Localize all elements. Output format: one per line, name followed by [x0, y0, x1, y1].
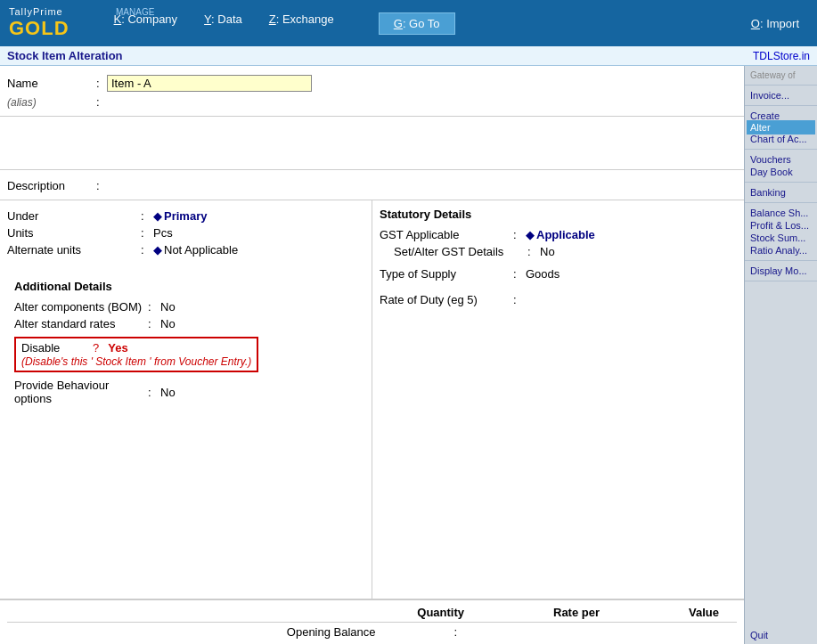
nav-items: K: Company Y: Data Z: Exchange G: Go To [114, 12, 455, 35]
main-layout: Name : (alias) : Description : [0, 66, 817, 644]
units-colon: : [141, 226, 153, 240]
description-label: Description [7, 179, 96, 192]
manage-label: MANAGE [116, 7, 154, 17]
quantity-header: Quantity [417, 606, 464, 619]
under-value: Primary [164, 209, 207, 223]
sidebar-ratio[interactable]: Ratio Analy... [750, 244, 812, 257]
bom-label: Alter components (BOM) [14, 300, 148, 314]
units-value: Pcs [153, 226, 173, 240]
std-rates-row: Alter standard rates : No [14, 315, 357, 332]
description-section: Description : [0, 170, 744, 200]
alias-row: (alias) : [0, 94, 744, 110]
nav-exchange[interactable]: Z: Exchange [269, 12, 334, 35]
sidebar-daybook[interactable]: Day Book [750, 166, 812, 178]
gst-value: Applicable [536, 228, 595, 241]
sidebar-vouchers[interactable]: Vouchers [750, 153, 812, 166]
std-rates-colon: : [148, 317, 160, 330]
bom-colon: : [148, 300, 160, 314]
left-col: Under : ◆ Primary Units : Pcs Alternate … [0, 200, 372, 599]
additional-section: Additional Details Alter components (BOM… [7, 273, 364, 414]
sidebar-group-banking: Banking [745, 183, 817, 203]
spacer-area [0, 117, 744, 170]
additional-title: Additional Details [14, 280, 357, 293]
gst-row: GST Applicable : ◆ Applicable [380, 226, 737, 243]
under-row: Under : ◆ Primary [7, 208, 364, 224]
description-row: Description : [7, 179, 737, 192]
sidebar-balance[interactable]: Balance Sh... [750, 207, 812, 219]
duty-colon: : [513, 293, 526, 306]
supply-row: Type of Supply : Goods [380, 265, 737, 282]
units-row: Units : Pcs [7, 224, 364, 241]
sidebar-quit[interactable]: Quit [745, 626, 817, 644]
tdl-store: TDLStore.in [753, 50, 810, 62]
supply-value: Goods [526, 267, 560, 281]
nav-data[interactable]: Y: Data [204, 12, 242, 35]
value-header: Value [689, 606, 719, 619]
sidebar-display[interactable]: Display Mo... [750, 265, 812, 277]
sidebar-chart[interactable]: Chart of Ac... [750, 133, 812, 145]
under-colon: : [141, 209, 153, 223]
disable-label: Disable [21, 341, 93, 355]
alt-units-colon: : [141, 243, 153, 257]
content-area: Name : (alias) : Description : [0, 66, 744, 644]
opening-label: Opening Balance [287, 625, 376, 639]
spacer [7, 258, 364, 273]
alt-units-value: Not Applicable [164, 243, 238, 257]
opening-colon: : [454, 625, 458, 639]
gst-label: GST Applicable [380, 228, 513, 241]
logo-area: TallyPrime GOLD [9, 6, 69, 40]
goto-button[interactable]: G: Go To [379, 12, 455, 35]
alias-colon: : [96, 95, 107, 109]
disable-question: ? [93, 341, 99, 355]
sidebar-banking[interactable]: Banking [750, 186, 812, 199]
right-sidebar: Gateway of Invoice... Create Alter Chart… [744, 66, 817, 644]
two-col-section: Under : ◆ Primary Units : Pcs Alternate … [0, 200, 744, 599]
disable-row: Disable ? Yes [21, 341, 251, 355]
set-gst-label: Set/Alter GST Details [394, 245, 527, 258]
statutory-title: Statutory Details [380, 208, 737, 221]
bom-value: No [160, 300, 176, 314]
bottom-section: Quantity Rate per Value Opening Balance … [0, 599, 744, 644]
units-label: Units [7, 226, 141, 240]
behaviour-label: Provide Behaviour options [14, 379, 148, 405]
name-colon: : [96, 77, 107, 90]
alias-label: (alias) [7, 96, 96, 109]
behaviour-colon: : [148, 386, 160, 399]
import-item[interactable]: O: Import [751, 17, 799, 30]
std-rates-value: No [160, 317, 176, 330]
name-section: Name : (alias) : [0, 66, 744, 117]
second-bar: Stock Item Alteration TDLStore.in [0, 46, 817, 66]
disable-description: (Disable's this ' Stock Item ' from Vouc… [21, 355, 251, 368]
under-label: Under [7, 209, 141, 223]
disable-value: Yes [108, 341, 127, 355]
sidebar-group-reports: Balance Sh... Profit & Los... Stock Sum.… [745, 203, 817, 261]
logo-gold: GOLD [9, 17, 69, 40]
duty-label: Rate of Duty (eg 5) [380, 293, 513, 306]
right-col: Statutory Details GST Applicable : ◆ App… [372, 200, 744, 599]
alt-units-label: Alternate units [7, 243, 141, 257]
sidebar-group-vouchers: Vouchers Day Book [745, 150, 817, 183]
sidebar-group-create-alter: Create Alter Chart of Ac... [745, 106, 817, 150]
supply-label: Type of Supply [380, 267, 513, 281]
sidebar-profit[interactable]: Profit & Los... [750, 219, 812, 232]
duty-row: Rate of Duty (eg 5) : [380, 291, 737, 308]
disable-box: Disable ? Yes (Disable's this ' Stock It… [14, 337, 258, 372]
disable-container: Disable ? Yes (Disable's this ' Stock It… [14, 335, 357, 374]
bom-row: Alter components (BOM) : No [14, 298, 357, 315]
sidebar-gateway: Gateway of [750, 69, 812, 81]
name-input[interactable] [107, 75, 312, 92]
behaviour-row: Provide Behaviour options : No [14, 377, 357, 407]
set-gst-row: Set/Alter GST Details : No [380, 243, 737, 260]
behaviour-value: No [160, 386, 176, 399]
sidebar-stock[interactable]: Stock Sum... [750, 232, 812, 244]
rate-header: Rate per [553, 606, 600, 619]
set-gst-colon: : [527, 245, 540, 258]
logo-tally: TallyPrime [9, 6, 69, 17]
bottom-header: Quantity Rate per Value [7, 606, 737, 623]
opening-row: Opening Balance : [7, 625, 737, 639]
set-gst-value: No [540, 245, 555, 258]
sidebar-group-gateway: Gateway of [745, 66, 817, 86]
sidebar-invoice[interactable]: Invoice... [750, 89, 812, 102]
name-label: Name [7, 77, 96, 90]
name-row: Name : [0, 73, 744, 94]
